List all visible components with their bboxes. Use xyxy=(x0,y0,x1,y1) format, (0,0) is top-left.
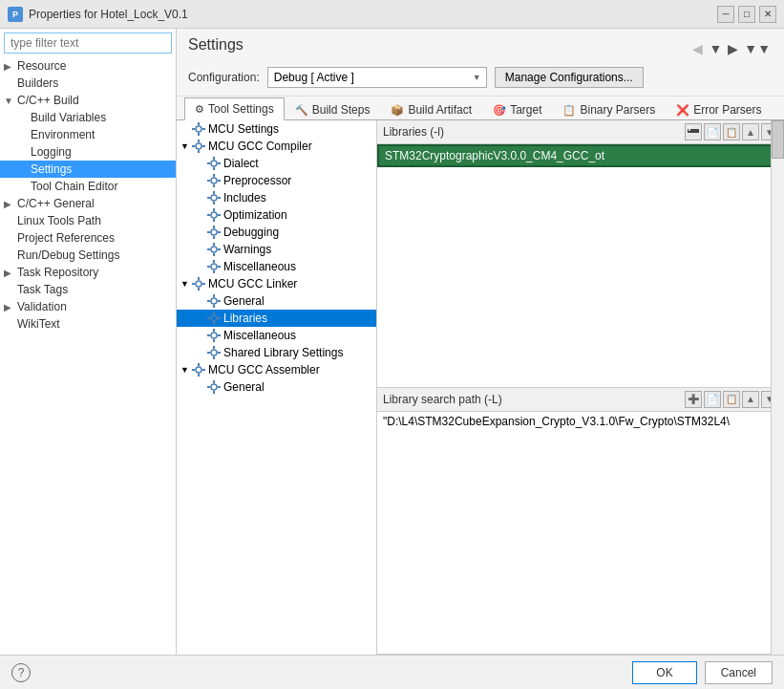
tool-tree-item-general[interactable]: General xyxy=(177,292,376,310)
nav-dropdown-icon[interactable]: ▼ xyxy=(707,39,724,58)
svg-rect-56 xyxy=(213,312,215,314)
tool-tree-item-miscellaneous_linker[interactable]: Miscellaneous xyxy=(177,327,376,344)
svg-rect-1 xyxy=(198,122,200,125)
path-add-file-button[interactable]: 📄 xyxy=(704,391,721,408)
tab-target[interactable]: 🎯Target xyxy=(482,98,552,120)
minimize-button[interactable]: ─ xyxy=(717,6,734,23)
lib-add-file-button[interactable]: 📄 xyxy=(704,123,721,140)
scrollbar-thumb[interactable] xyxy=(772,120,784,159)
libraries-panel-title: Libraries (-l) xyxy=(383,125,444,139)
svg-point-70 xyxy=(196,367,201,373)
tab-error_parsers[interactable]: ❌Error Parsers xyxy=(666,98,772,120)
lib-up-button[interactable]: ▲ xyxy=(742,123,759,140)
nav-back-icon[interactable]: ◀ xyxy=(690,39,705,58)
sidebar-item-task_tags[interactable]: Task Tags xyxy=(0,281,176,298)
tool-tree-item-preprocessor[interactable]: Preprocessor xyxy=(177,172,376,189)
tool-tree-item-debugging[interactable]: Debugging xyxy=(177,224,376,241)
svg-rect-31 xyxy=(213,226,215,228)
manage-configurations-button[interactable]: Manage Configurations... xyxy=(495,67,644,88)
tool-tree-item-warnings[interactable]: Warnings xyxy=(177,241,376,258)
config-label: Configuration: xyxy=(188,71,260,84)
svg-rect-22 xyxy=(213,202,215,205)
title-bar: P Properties for Hotel_Lock_V0.1 ─ □ ✕ xyxy=(0,0,784,29)
right-scrollbar[interactable] xyxy=(771,120,784,655)
tab-label-build_steps: Build Steps xyxy=(312,103,371,117)
sidebar-item-cc_general[interactable]: ▶ C/C++ General xyxy=(0,195,176,212)
sidebar-item-builders[interactable]: Builders xyxy=(0,75,176,92)
path-add-button[interactable]: ➕ xyxy=(685,391,702,408)
ltree-label-miscellaneous_linker: Miscellaneous xyxy=(223,329,296,342)
app-icon: P xyxy=(8,7,23,22)
sidebar-label-settings: Settings xyxy=(31,162,72,176)
lib-item-lib1[interactable]: STM32CryptographicV3.0.0_CM4_GCC_ot xyxy=(377,144,784,167)
svg-rect-29 xyxy=(218,214,221,216)
sidebar-item-settings[interactable]: Settings xyxy=(0,161,176,178)
tab-icon-tool_settings: ⚙ xyxy=(195,103,204,116)
sidebar-item-toolchain_editor[interactable]: Tool Chain Editor xyxy=(0,178,176,195)
path-copy-button[interactable]: 📋 xyxy=(723,391,740,408)
svg-point-15 xyxy=(211,178,217,183)
lib-copy-button[interactable]: 📋 xyxy=(723,123,740,140)
path-up-button[interactable]: ▲ xyxy=(742,391,759,408)
config-select[interactable]: Debug [ Active ] xyxy=(267,67,487,88)
sidebar-item-linux_tools[interactable]: Linux Tools Path xyxy=(0,212,176,229)
tool-tree-item-mcu_settings[interactable]: MCU Settings xyxy=(177,120,376,138)
sidebar-label-project_references: Project References xyxy=(17,231,115,245)
nav-menu-icon[interactable]: ▼▼ xyxy=(742,39,773,58)
ltree-label-libraries: Libraries xyxy=(223,312,267,325)
svg-rect-48 xyxy=(192,283,195,285)
sidebar-item-cc_build[interactable]: ▼ C/C++ Build xyxy=(0,92,176,109)
path-item-path1[interactable]: "D:\L4\STM32CubeExpansion_Crypto_V3.1.0\… xyxy=(377,412,784,431)
ltree-label-general_assembler: General xyxy=(223,380,265,394)
tool-tree-item-mcu_gcc_assembler[interactable]: ▼ MCU GCC Assembler xyxy=(177,361,376,378)
sidebar-item-run_debug[interactable]: Run/Debug Settings xyxy=(0,247,176,264)
tool-tree-item-dialect[interactable]: Dialect xyxy=(177,155,376,172)
svg-rect-28 xyxy=(207,214,210,216)
tab-label-target: Target xyxy=(510,103,541,117)
tab-icon-error_parsers: ❌ xyxy=(676,104,689,117)
tool-tree-item-miscellaneous_compiler[interactable]: Miscellaneous xyxy=(177,258,376,275)
svg-rect-47 xyxy=(198,288,200,291)
ok-button[interactable]: OK xyxy=(632,661,696,684)
tab-tool_settings[interactable]: ⚙Tool Settings xyxy=(184,97,285,120)
sidebar-item-build_variables[interactable]: Build Variables xyxy=(0,109,176,126)
tab-binary_parsers[interactable]: 📋Binary Parsers xyxy=(552,98,666,120)
sidebar-item-logging[interactable]: Logging xyxy=(0,143,176,161)
tool-tree-item-optimization[interactable]: Optimization xyxy=(177,206,376,224)
nav-forward-icon[interactable]: ▶ xyxy=(726,39,740,58)
maximize-button[interactable]: □ xyxy=(738,6,755,23)
svg-rect-82 xyxy=(688,131,699,133)
filter-input[interactable] xyxy=(4,32,172,54)
sidebar-item-validation[interactable]: ▶ Validation xyxy=(0,298,176,315)
svg-rect-53 xyxy=(207,300,210,302)
nav-arrows: ◀ ▼ ▶ ▼▼ xyxy=(690,39,773,58)
sidebar-item-task_repo[interactable]: ▶ Task Repository xyxy=(0,264,176,281)
content-area: Settings ◀ ▼ ▶ ▼▼ Configuration: Debug [… xyxy=(177,29,784,655)
tool-tree-item-shared_library_settings[interactable]: Shared Library Settings xyxy=(177,344,376,361)
tool-tree-item-libraries[interactable]: Libraries xyxy=(177,310,376,327)
svg-rect-26 xyxy=(213,208,215,211)
svg-rect-23 xyxy=(207,197,210,199)
tool-tree-item-mcu_gcc_compiler[interactable]: ▼ MCU GCC Compiler xyxy=(177,138,376,155)
tool-tree-item-mcu_gcc_linker[interactable]: ▼ MCU GCC Linker xyxy=(177,275,376,292)
bottom-buttons: OK Cancel xyxy=(632,661,773,684)
lib-add-button[interactable] xyxy=(685,123,702,140)
tab-build_artifact[interactable]: 📦Build Artifact xyxy=(380,98,482,120)
tab-build_steps[interactable]: 🔨Build Steps xyxy=(285,98,381,120)
sidebar-item-wikitext[interactable]: WikiText xyxy=(0,315,176,333)
svg-rect-69 xyxy=(218,352,221,354)
sidebar: ▶ Resource Builders ▼ C/C++ Build Build … xyxy=(0,29,177,655)
close-button[interactable]: ✕ xyxy=(759,6,776,23)
tool-tree-item-general_assembler[interactable]: General xyxy=(177,378,376,396)
svg-rect-21 xyxy=(213,191,215,194)
sidebar-item-environment[interactable]: Environment xyxy=(0,126,176,143)
help-button[interactable]: ? xyxy=(11,663,31,682)
ltree-label-mcu_gcc_assembler: MCU GCC Assembler xyxy=(208,363,320,377)
sidebar-label-cc_build: C/C++ Build xyxy=(17,94,79,107)
cancel-button[interactable]: Cancel xyxy=(705,661,773,684)
tool-tree-item-includes[interactable]: Includes xyxy=(177,189,376,206)
sidebar-item-project_references[interactable]: Project References xyxy=(0,229,176,247)
tree-expand-cc_general: ▶ xyxy=(4,199,17,209)
tool-icon-general xyxy=(207,294,221,308)
sidebar-item-resource[interactable]: ▶ Resource xyxy=(0,57,176,75)
